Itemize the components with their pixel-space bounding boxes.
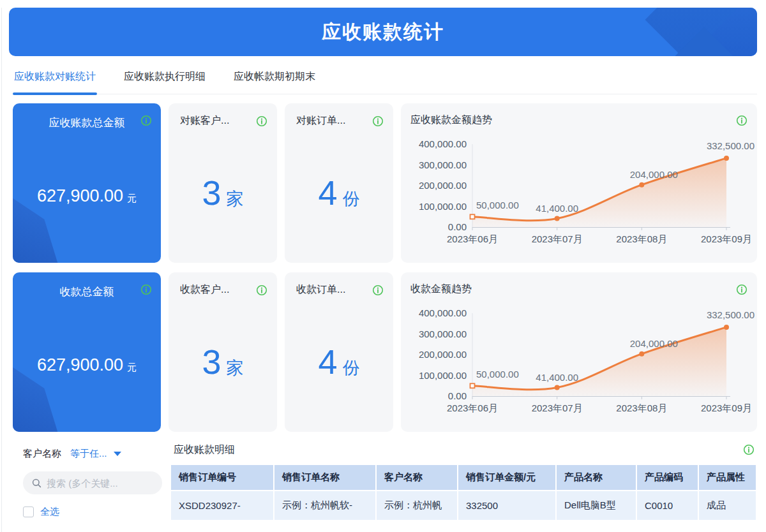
info-icon[interactable] xyxy=(736,115,747,126)
filter-operator-dropdown[interactable]: 等于任... xyxy=(70,448,121,460)
chart-title: 收款金额趋势 xyxy=(410,283,472,296)
svg-text:300,000.00: 300,000.00 xyxy=(419,329,467,339)
column-header: 销售订单编号 xyxy=(171,465,273,490)
receivable-kpi-row: 应收账款总金额 627,900.00元 对账客户... 3家 对账订单... xyxy=(13,103,757,263)
svg-text:300,000.00: 300,000.00 xyxy=(419,159,467,170)
svg-text:2023年09月: 2023年09月 xyxy=(701,403,752,413)
stat-value: 4份 xyxy=(285,173,393,212)
active-tab-underline xyxy=(13,92,97,95)
dashboard-page: 应收账款统计 应收账款对账统计应收账款执行明细应收帐款期初期末 应收账款总金额 … xyxy=(0,8,766,532)
info-icon[interactable] xyxy=(140,115,152,126)
stat-value: 3家 xyxy=(169,173,277,212)
filter-operator-value: 等于任... xyxy=(70,448,107,460)
page-edge-divider xyxy=(1,8,2,532)
svg-text:332,500.00: 332,500.00 xyxy=(707,140,755,151)
table-cell: 成品 xyxy=(699,491,756,520)
tab-bar: 应收账款对账统计应收账款执行明细应收帐款期初期末 xyxy=(13,56,757,94)
table-cell: 示例：杭州帆软- xyxy=(274,491,375,520)
svg-text:50,000.00: 50,000.00 xyxy=(476,369,519,380)
card-title: 收款客户... xyxy=(180,283,229,297)
receivables-table: 销售订单编号销售订单名称客户名称销售订单金额/元产品名称产品编码产品属性XSDD… xyxy=(170,464,757,521)
trend-line-chart[interactable]: 0.00100,000.00200,000.00300,000.00400,00… xyxy=(401,272,757,432)
detail-section: 客户名称 等于任... 全选 应收账款明细 xyxy=(13,440,757,521)
column-header: 客户名称 xyxy=(377,465,457,490)
total-amount-value: 627,900.00元 xyxy=(13,186,161,206)
column-header: 产品属性 xyxy=(699,465,756,490)
filter-panel: 客户名称 等于任... 全选 xyxy=(13,440,170,521)
table-title: 应收账款明细 xyxy=(174,443,235,457)
receivable-detail-panel: 应收账款明细 销售订单编号销售订单名称客户名称销售订单金额/元产品名称产品编码产… xyxy=(170,440,757,521)
svg-text:2023年07月: 2023年07月 xyxy=(532,233,583,244)
column-header: 销售订单名称 xyxy=(274,465,375,490)
table-cell: XSDD230927- xyxy=(171,491,273,520)
tab-label: 应收帐款期初期末 xyxy=(234,71,315,82)
info-icon[interactable] xyxy=(372,115,384,127)
receivable-trend-card: 应收账款金额趋势 0.00100,000.00200,000.00300,000… xyxy=(401,103,757,263)
table-cell: 示例：杭州帆 xyxy=(377,491,457,520)
column-header: 产品名称 xyxy=(557,465,636,490)
svg-text:41,400.00: 41,400.00 xyxy=(536,372,578,383)
chart-title: 应收账款金额趋势 xyxy=(410,114,492,127)
select-all-checkbox[interactable] xyxy=(23,506,34,517)
svg-text:0.00: 0.00 xyxy=(448,221,467,232)
info-icon[interactable] xyxy=(256,284,267,296)
filter-field-label: 客户名称 xyxy=(23,448,61,460)
svg-text:2023年08月: 2023年08月 xyxy=(616,403,667,413)
info-icon[interactable] xyxy=(372,284,384,296)
tab-2[interactable]: 应收账款执行明细 xyxy=(123,61,207,94)
svg-text:0.00: 0.00 xyxy=(448,390,467,401)
tab-1[interactable]: 应收账款对账统计 xyxy=(13,61,97,94)
tab-label: 应收账款对账统计 xyxy=(14,71,96,82)
stat-value: 4份 xyxy=(285,342,393,381)
svg-text:400,000.00: 400,000.00 xyxy=(419,138,467,149)
svg-text:200,000.00: 200,000.00 xyxy=(419,349,467,360)
info-icon[interactable] xyxy=(736,284,747,295)
svg-text:2023年08月: 2023年08月 xyxy=(616,233,667,244)
select-all-label: 全选 xyxy=(40,506,59,518)
info-icon[interactable] xyxy=(256,115,267,127)
table-header-row: 销售订单编号销售订单名称客户名称销售订单金额/元产品名称产品编码产品属性 xyxy=(171,465,756,490)
search-input[interactable] xyxy=(47,478,154,489)
stat-value: 3家 xyxy=(169,342,277,381)
payment-total-card: 收款总金额 627,900.00元 xyxy=(13,272,161,432)
select-all-row[interactable]: 全选 xyxy=(23,506,162,518)
payment-trend-card: 收款金额趋势 0.00100,000.00200,000.00300,000.0… xyxy=(401,272,757,432)
total-amount-value: 627,900.00元 xyxy=(13,355,161,375)
svg-text:204,000.00: 204,000.00 xyxy=(630,338,678,349)
search-box[interactable] xyxy=(23,471,162,494)
reconcile-customers-card: 对账客户... 3家 xyxy=(169,103,277,263)
card-title: 对账客户... xyxy=(180,114,229,128)
column-header: 销售订单金额/元 xyxy=(458,465,555,490)
page-title: 应收账款统计 xyxy=(9,8,757,56)
column-header: 产品编码 xyxy=(637,465,698,490)
card-title: 对账订单... xyxy=(296,114,345,128)
svg-text:100,000.00: 100,000.00 xyxy=(419,201,467,212)
tab-3[interactable]: 应收帐款期初期末 xyxy=(232,61,317,94)
info-icon[interactable] xyxy=(743,444,755,455)
chevron-down-icon xyxy=(114,452,121,456)
svg-text:2023年07月: 2023年07月 xyxy=(532,403,583,413)
card-title: 收款订单... xyxy=(296,283,345,297)
reconcile-orders-card: 对账订单... 4份 xyxy=(285,103,393,263)
svg-text:204,000.00: 204,000.00 xyxy=(630,169,678,180)
receivable-total-card: 应收账款总金额 627,900.00元 xyxy=(13,103,161,263)
table-cell: 332500 xyxy=(458,491,555,520)
tab-label: 应收账款执行明细 xyxy=(124,71,206,82)
search-icon xyxy=(32,478,41,489)
svg-text:332,500.00: 332,500.00 xyxy=(707,309,755,320)
info-icon[interactable] xyxy=(140,284,152,295)
svg-text:200,000.00: 200,000.00 xyxy=(419,180,467,191)
payment-kpi-row: 收款总金额 627,900.00元 收款客户... 3家 收款订单... xyxy=(13,272,757,432)
table-cell: Dell电脑B型 xyxy=(557,491,636,520)
svg-text:50,000.00: 50,000.00 xyxy=(476,200,519,211)
card-title: 收款总金额 xyxy=(60,284,114,299)
table-row[interactable]: XSDD230927-示例：杭州帆软-示例：杭州帆332500Dell电脑B型C… xyxy=(171,491,756,520)
payment-customers-card: 收款客户... 3家 xyxy=(169,272,277,432)
svg-text:100,000.00: 100,000.00 xyxy=(419,370,467,381)
table-cell: C0010 xyxy=(637,491,698,520)
payment-orders-card: 收款订单... 4份 xyxy=(285,272,393,432)
card-title: 应收账款总金额 xyxy=(49,115,125,130)
trend-line-chart[interactable]: 0.00100,000.00200,000.00300,000.00400,00… xyxy=(401,103,757,263)
svg-text:2023年06月: 2023年06月 xyxy=(447,233,498,244)
svg-text:400,000.00: 400,000.00 xyxy=(419,307,467,318)
